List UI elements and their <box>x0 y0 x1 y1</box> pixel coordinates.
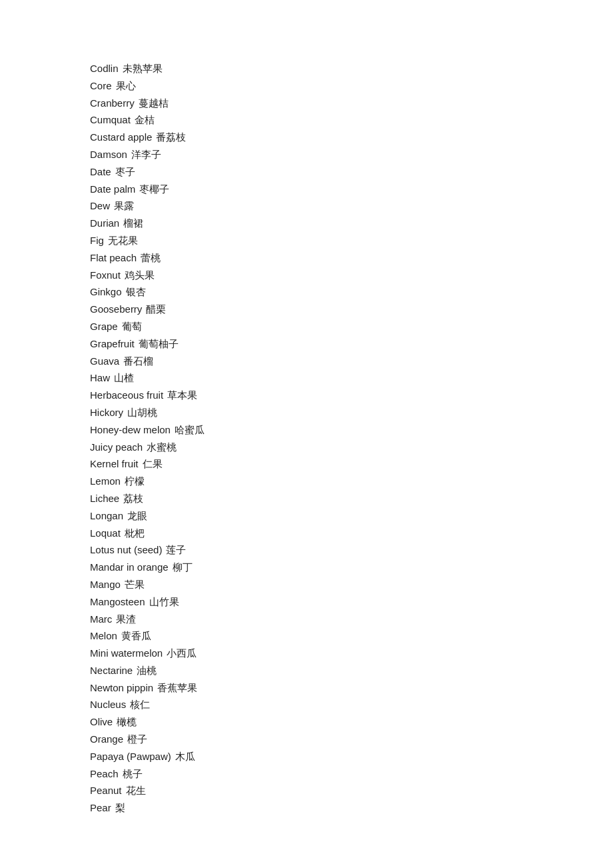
chinese-name: 芒果 <box>125 579 145 590</box>
chinese-name: 柳丁 <box>173 561 193 573</box>
list-item: Gooseberry醋栗 <box>90 301 613 318</box>
chinese-name: 桃子 <box>123 768 143 779</box>
chinese-name: 哈蜜瓜 <box>175 424 205 435</box>
list-item: Loquat枇杷 <box>90 525 613 542</box>
chinese-name: 小西瓜 <box>167 647 197 659</box>
list-item: Kernel fruit仁果 <box>90 455 613 473</box>
english-name: Date <box>90 166 111 177</box>
english-name: Haw <box>90 372 110 383</box>
chinese-name: 果渣 <box>116 613 136 625</box>
list-item: Durian榴裙 <box>90 215 613 232</box>
english-name: Herbaceous fruit <box>90 389 163 401</box>
english-name: Mangosteen <box>90 596 145 607</box>
list-item: Dew果露 <box>90 197 613 215</box>
list-item: Fig无花果 <box>90 232 613 249</box>
english-name: Pear <box>90 802 111 813</box>
list-item: Hickory山胡桃 <box>90 404 613 421</box>
english-name: Core <box>90 80 112 91</box>
english-name: Ginkgo <box>90 286 122 297</box>
chinese-name: 荔枝 <box>123 493 143 504</box>
english-name: Guava <box>90 355 119 367</box>
list-item: Custard apple番荔枝 <box>90 129 613 146</box>
list-item: Foxnut鸡头果 <box>90 267 613 284</box>
list-item: Mango芒果 <box>90 576 613 593</box>
list-item: Guava番石榴 <box>90 353 613 370</box>
list-item: Mandar in orange柳丁 <box>90 559 613 576</box>
english-name: Custard apple <box>90 131 152 143</box>
english-name: Peanut <box>90 785 122 796</box>
list-item: Mangosteen山竹果 <box>90 593 613 611</box>
chinese-name: 榴裙 <box>123 217 143 229</box>
list-item: Longan龙眼 <box>90 507 613 525</box>
chinese-name: 金桔 <box>135 114 155 125</box>
english-name: Lotus nut (seed) <box>90 544 162 555</box>
list-item: Codlin未熟苹果 <box>90 60 613 77</box>
list-item: Papaya (Pawpaw)木瓜 <box>90 748 613 765</box>
list-item: Melon黄香瓜 <box>90 627 613 645</box>
chinese-name: 番石榴 <box>123 355 153 367</box>
chinese-name: 橄榄 <box>117 716 137 727</box>
list-item: Lichee荔枝 <box>90 490 613 507</box>
chinese-name: 枇杷 <box>125 527 145 539</box>
list-item: Peanut花生 <box>90 782 613 799</box>
chinese-name: 果心 <box>116 80 136 91</box>
chinese-name: 番荔枝 <box>156 131 186 143</box>
list-item: Damson洋李子 <box>90 146 613 163</box>
list-item: Marc果渣 <box>90 611 613 628</box>
list-item: Nucleus核仁 <box>90 696 613 713</box>
english-name: Juicy peach <box>90 441 143 453</box>
english-name: Orange <box>90 733 123 745</box>
list-item: Newton pippin香蕉苹果 <box>90 679 613 697</box>
english-name: Damson <box>90 149 127 160</box>
english-name: Honey-dew melon <box>90 424 171 435</box>
english-name: Nectarine <box>90 665 133 676</box>
chinese-name: 蕾桃 <box>141 252 161 263</box>
list-item: Date palm枣椰子 <box>90 181 613 198</box>
list-item: Core果心 <box>90 77 613 95</box>
english-name: Codlin <box>90 63 119 74</box>
list-item: Honey-dew melon哈蜜瓜 <box>90 421 613 439</box>
chinese-name: 龙眼 <box>127 510 147 521</box>
chinese-name: 黄香瓜 <box>121 630 151 641</box>
chinese-name: 水蜜桃 <box>147 441 177 453</box>
english-name: Peach <box>90 768 119 779</box>
chinese-name: 枣子 <box>115 166 135 177</box>
english-name: Nucleus <box>90 699 126 710</box>
chinese-name: 无花果 <box>108 235 138 246</box>
english-name: Gooseberry <box>90 303 142 315</box>
english-name: Longan <box>90 510 123 521</box>
english-name: Mini watermelon <box>90 647 163 659</box>
chinese-name: 山楂 <box>114 372 134 383</box>
chinese-name: 葡萄 <box>122 321 142 332</box>
chinese-name: 莲子 <box>166 544 186 555</box>
english-name: Date palm <box>90 183 135 195</box>
chinese-name: 木瓜 <box>175 751 195 762</box>
list-item: Nectarine油桃 <box>90 662 613 679</box>
english-name: Kernel fruit <box>90 458 139 469</box>
english-name: Mandar in orange <box>90 561 169 573</box>
list-item: Juicy peach水蜜桃 <box>90 439 613 456</box>
chinese-name: 油桃 <box>137 665 157 676</box>
chinese-name: 果露 <box>114 200 134 211</box>
list-item: Cranberry蔓越桔 <box>90 95 613 112</box>
english-name: Loquat <box>90 527 121 539</box>
english-name: Melon <box>90 630 117 641</box>
list-item: Flat peach蕾桃 <box>90 249 613 267</box>
chinese-name: 醋栗 <box>146 303 166 315</box>
fruit-list: Codlin未熟苹果Core果心Cranberry蔓越桔Cumquat金桔Cus… <box>0 0 613 868</box>
english-name: Newton pippin <box>90 682 153 693</box>
english-name: Grapefruit <box>90 338 135 349</box>
list-item: Grapefruit葡萄柚子 <box>90 335 613 353</box>
english-name: Cumquat <box>90 114 131 125</box>
list-item: Orange橙子 <box>90 731 613 748</box>
list-item: Lotus nut (seed)莲子 <box>90 541 613 559</box>
list-item: Ginkgo银杏 <box>90 283 613 301</box>
english-name: Hickory <box>90 407 123 418</box>
english-name: Lemon <box>90 475 121 487</box>
list-item: Cumquat金桔 <box>90 111 613 129</box>
chinese-name: 橙子 <box>127 733 147 745</box>
english-name: Olive <box>90 716 113 727</box>
list-item: Peach桃子 <box>90 765 613 783</box>
english-name: Grape <box>90 321 118 332</box>
english-name: Cranberry <box>90 97 135 109</box>
